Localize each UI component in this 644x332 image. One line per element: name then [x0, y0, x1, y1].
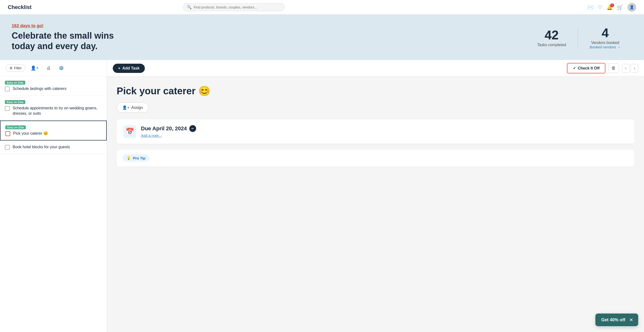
cart-icon[interactable]: 🛒: [617, 4, 623, 10]
calendar-icon: 📅: [124, 125, 136, 138]
task-row: Book hotel blocks for your guests: [5, 144, 102, 150]
detail-content: Pick your caterer 😊 👤+ Assign 📅 Due Apri…: [107, 76, 644, 175]
tasks-completed-stat: 42 Tasks completed: [526, 28, 578, 47]
filter-label: Filter: [14, 66, 22, 70]
pro-tip-label-text: Pro Tip: [133, 156, 145, 160]
prev-task-button[interactable]: ‹: [622, 64, 630, 73]
vendors-booked-stat: 4 Vendors booked Booked vendors →: [578, 26, 632, 49]
lightbulb-icon: 💡: [126, 156, 131, 160]
print-icon[interactable]: 🖨: [44, 64, 53, 72]
pro-tip-card: 💡 Pro Tip: [117, 150, 634, 166]
assign-label: Assign: [131, 106, 143, 110]
detail-task-title: Pick your caterer 😊: [117, 85, 634, 97]
task-row: Schedule appointments to try on wedding …: [5, 106, 102, 116]
add-task-label: Add Task: [122, 66, 140, 70]
easy-zola-badge: Easy on Zola: [5, 81, 25, 84]
check-it-off-button[interactable]: ✓ Check It Off: [567, 63, 606, 74]
notification-badge: 1: [610, 4, 614, 7]
task-title: Book hotel blocks for your guests: [13, 144, 70, 150]
task-title: Schedule appointments to try on wedding …: [13, 106, 102, 116]
due-date-card: 📅 Due April 20, 2024 ✏ Add a note...: [117, 119, 634, 144]
task-row: Schedule tastings with caterers: [5, 86, 102, 92]
next-task-button[interactable]: ›: [631, 64, 638, 73]
assign-button[interactable]: 👤+ Assign: [117, 102, 148, 112]
task-checkbox[interactable]: [5, 145, 10, 150]
assign-person-icon[interactable]: 👤+: [28, 64, 41, 72]
filter-button[interactable]: ⚙ Filter: [6, 64, 25, 72]
check-it-off-label: Check It Off: [578, 66, 600, 70]
search-icon: 🔍: [187, 5, 192, 10]
task-row: Pick your caterer 😊: [5, 131, 101, 136]
navbar: Checklist 🔍 ✉️ ♡ 🔔 1 🛒 👤: [0, 0, 644, 14]
vendors-booked-num: 4: [590, 26, 621, 40]
site-logo: Checklist: [8, 4, 32, 10]
assign-person-icon: 👤+: [122, 105, 129, 110]
detail-toolbar: + Add Task ✓ Check It Off 🗑 ‹ ›: [107, 60, 644, 76]
task-checkbox[interactable]: [5, 106, 10, 111]
add-task-button[interactable]: + Add Task: [113, 64, 145, 73]
banner: 162 days to go! Celebrate the small wins…: [0, 14, 644, 60]
sidebar-toolbar: ⚙ Filter 👤+ 🖨 ⚙️: [0, 60, 107, 76]
task-title: Pick your caterer 😊: [13, 131, 48, 136]
main-layout: ⚙ Filter 👤+ 🖨 ⚙️ Easy on Zola Schedule t…: [0, 60, 644, 332]
due-date-text: Due April 20, 2024: [141, 126, 187, 132]
easy-zola-badge: Easy on Zola: [5, 100, 25, 104]
tasks-completed-num: 42: [537, 28, 566, 42]
search-bar[interactable]: 🔍: [183, 3, 285, 11]
favorites-icon[interactable]: ♡: [598, 4, 602, 10]
add-note-link[interactable]: Add a note...: [141, 134, 628, 138]
notifications-icon[interactable]: 🔔 1: [606, 4, 613, 10]
avatar[interactable]: 👤: [628, 3, 636, 12]
list-item[interactable]: Easy on Zola Pick your caterer 😊: [0, 120, 107, 140]
banner-left: 162 days to go! Celebrate the small wins…: [12, 23, 526, 51]
pro-tip-badge: 💡 Pro Tip: [122, 154, 149, 162]
task-checkbox[interactable]: [5, 131, 10, 136]
list-item[interactable]: Easy on Zola Schedule tastings with cate…: [0, 76, 107, 96]
add-icon: +: [118, 66, 120, 70]
nav-icons: ✉️ ♡ 🔔 1 🛒 👤: [588, 3, 636, 12]
detail-navigation: ‹ ›: [622, 64, 638, 73]
filter-icon: ⚙: [10, 66, 13, 70]
due-date-row: Due April 20, 2024 ✏: [141, 125, 628, 132]
tasks-completed-label: Tasks completed: [537, 43, 566, 47]
promo-banner: Get 40% off ✕: [596, 314, 638, 326]
edit-due-date-button[interactable]: ✏: [189, 125, 196, 132]
search-input[interactable]: [194, 5, 281, 9]
list-item[interactable]: Book hotel blocks for your guests: [0, 140, 107, 154]
delete-button[interactable]: 🗑: [608, 64, 619, 73]
easy-zola-badge: Easy on Zola: [5, 126, 26, 129]
vendors-booked-label: Vendors booked: [590, 40, 621, 45]
task-title: Schedule tastings with caterers: [13, 86, 66, 92]
settings-icon[interactable]: ⚙️: [56, 64, 66, 72]
days-label: 162 days to go!: [12, 23, 526, 28]
list-item[interactable]: Easy on Zola Schedule appointments to tr…: [0, 96, 107, 120]
promo-label: Get 40% off: [601, 318, 625, 322]
banner-heading: Celebrate the small wins today and every…: [12, 30, 526, 51]
promo-close-button[interactable]: ✕: [629, 317, 633, 323]
checkmark-icon: ✓: [573, 66, 576, 70]
booked-vendors-link[interactable]: Booked vendors →: [590, 45, 621, 49]
due-info: Due April 20, 2024 ✏ Add a note...: [141, 125, 628, 138]
mail-icon[interactable]: ✉️: [588, 4, 594, 10]
banner-stats: 42 Tasks completed 4 Vendors booked Book…: [526, 26, 632, 49]
sidebar: ⚙ Filter 👤+ 🖨 ⚙️ Easy on Zola Schedule t…: [0, 60, 107, 332]
detail-panel: + Add Task ✓ Check It Off 🗑 ‹ › Pick you…: [107, 60, 644, 332]
task-checkbox[interactable]: [5, 86, 10, 92]
